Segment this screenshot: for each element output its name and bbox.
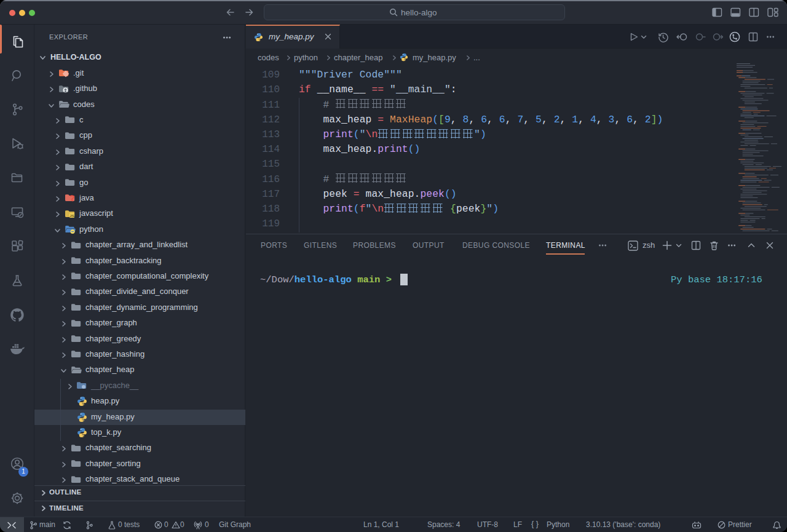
svg-text:JS: JS — [69, 214, 74, 218]
